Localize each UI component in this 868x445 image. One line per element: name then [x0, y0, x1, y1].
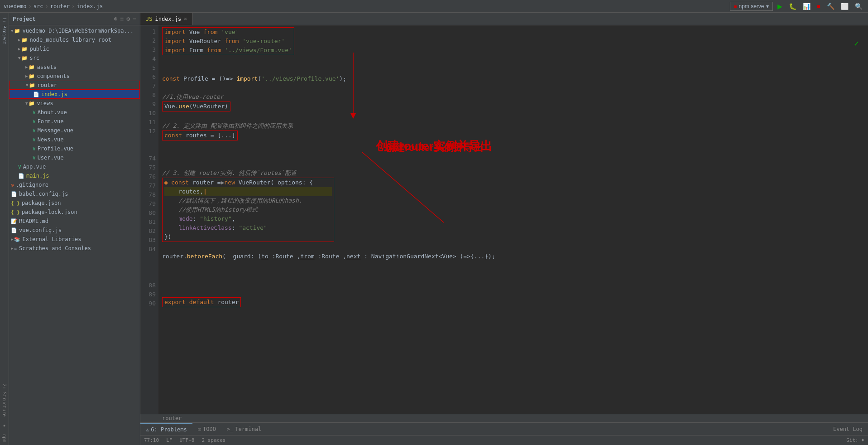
- code-line-88: [162, 288, 868, 297]
- tree-label: router: [37, 82, 57, 88]
- tree-item-scratches[interactable]: ▶ ✏️ Scratches and Consoles: [9, 244, 140, 253]
- tree-label: .gitignore: [16, 182, 48, 188]
- code-gap-1: [162, 141, 868, 160]
- tree-label: package-lock.json: [22, 209, 77, 215]
- tree-item-components[interactable]: ▶ 📁 components: [9, 72, 140, 81]
- expand-icon: ▼: [18, 56, 20, 60]
- tree-item-user-vue[interactable]: V User.vue: [9, 153, 140, 162]
- tree-item-about-vue[interactable]: V About.vue: [9, 108, 140, 117]
- locate-icon[interactable]: ⊕: [114, 15, 118, 22]
- expand-icon: ▶: [18, 47, 20, 51]
- tree-item-vuedemo[interactable]: ▼ 📁 vuedemo D:\IDEA\WebStormWorkSpa...: [9, 26, 140, 35]
- bottom-tab-bar: ⚠ 6: Problems ☑ TODO >_ Terminal Event L…: [140, 422, 868, 435]
- tab-index-js[interactable]: JS index.js ✕: [140, 13, 193, 25]
- tree-item-readme[interactable]: 📝 README.md: [9, 217, 140, 226]
- vue-file-icon: V: [33, 110, 36, 116]
- project-panel-icon[interactable]: 1: Project: [1, 15, 8, 47]
- tree-item-src[interactable]: ▼ 📁 src: [9, 53, 140, 63]
- project-title: Project: [13, 16, 36, 22]
- tree-item-babel[interactable]: 📄 babel.config.js: [9, 189, 140, 198]
- code-line-79: //使用HTML5的history模式: [164, 205, 332, 214]
- run-button[interactable]: ▶: [776, 2, 784, 11]
- annotation-label: 创建router实例并导出: [385, 143, 484, 152]
- collapse-icon[interactable]: ≡: [120, 15, 124, 22]
- vue-file-icon: V: [33, 137, 36, 143]
- tree-item-index-js[interactable]: 📄 index.js: [9, 90, 140, 99]
- tree-item-package-lock-json[interactable]: { } package-lock.json: [9, 208, 140, 217]
- event-log-link[interactable]: Event Log: [828, 423, 868, 435]
- editor-area: JS index.js ✕ 1 2 3 4 5 6 7 8 9: [140, 13, 868, 445]
- settings-icon[interactable]: ⚙: [126, 15, 130, 22]
- code-line-10: [162, 112, 868, 121]
- build-button[interactable]: 🔨: [825, 2, 836, 11]
- stop-button[interactable]: ■: [815, 2, 822, 11]
- tree-label: Form.vue: [38, 118, 64, 125]
- status-right: Event Log: [828, 423, 868, 435]
- vue-file-icon: V: [33, 128, 36, 134]
- tree-label: External Libraries: [22, 236, 81, 242]
- tree-label: views: [37, 100, 53, 106]
- vue-file-icon: V: [18, 164, 21, 170]
- tab-todo[interactable]: ☑ TODO: [192, 423, 221, 435]
- tree-label: About.vue: [38, 109, 67, 116]
- tree-label: babel.config.js: [19, 191, 68, 197]
- code-editor[interactable]: 1 2 3 4 5 6 7 8 9 10 11 12 74 75 76 77: [140, 25, 868, 414]
- tree-item-router[interactable]: ▼ 📁 router: [9, 81, 140, 90]
- js-file-icon: 📄: [11, 227, 17, 233]
- tree-item-news-vue[interactable]: V News.vue: [9, 135, 140, 144]
- tab-terminal[interactable]: >_ Terminal: [221, 423, 267, 435]
- code-line-90: [162, 308, 868, 317]
- favorites-icon[interactable]: ★: [1, 420, 8, 430]
- npm-serve-button[interactable]: ■ npm serve ▾: [730, 2, 773, 11]
- tab-close-icon[interactable]: ✕: [184, 16, 187, 22]
- project-header-icons: ⊕ ≡ ⚙ −: [114, 15, 136, 22]
- maximize-button[interactable]: ⬜: [839, 2, 850, 11]
- coverage-button[interactable]: 📊: [801, 2, 812, 11]
- tree-label: index.js: [41, 91, 67, 97]
- tree-item-app-vue[interactable]: V App.vue: [9, 162, 140, 171]
- expand-icon: ▶: [25, 74, 28, 78]
- tree-item-profile-vue[interactable]: V Profile.vue: [9, 144, 140, 153]
- tree-item-message-vue[interactable]: V Message.vue: [9, 126, 140, 135]
- tree-item-external-libraries[interactable]: ▶ 📚 External Libraries: [9, 235, 140, 244]
- folder-icon: 📁: [29, 64, 35, 70]
- tree-item-main-js[interactable]: 📄 main.js: [9, 171, 140, 180]
- npm-panel-icon[interactable]: npm: [1, 431, 8, 445]
- status-bar: 77:10 LF UTF-8 2 spaces Git: ♦: [140, 435, 868, 445]
- tree-item-node-modules[interactable]: ▶ 📁 node_modules library root: [9, 35, 140, 44]
- scratch-icon: ✏️: [14, 246, 17, 252]
- tree-item-package-json[interactable]: { } package.json: [9, 198, 140, 208]
- code-line-5: [162, 65, 868, 74]
- side-icon-strip: 1: Project 2: Structure ★ npm: [0, 13, 9, 445]
- breadcrumb: vuedemo › src › router › index.js: [4, 3, 103, 10]
- folder-icon: 📁: [21, 46, 28, 52]
- warning-icon: ⚠: [146, 426, 149, 433]
- tree-label: News.vue: [38, 136, 64, 143]
- search-button[interactable]: 🔍: [853, 2, 864, 11]
- tree-item-views[interactable]: ▼ 📁 views: [9, 99, 140, 108]
- code-content-area[interactable]: import Vue from 'vue' import VueRouter f…: [158, 25, 868, 414]
- folder-icon: 📁: [29, 73, 35, 79]
- project-panel: Project ⊕ ≡ ⚙ − ▼ 📁 vuedemo D:\IDEA\WebS…: [9, 13, 140, 445]
- tree-item-vue-config-js[interactable]: 📄 vue.config.js: [9, 226, 140, 235]
- vue-file-icon: V: [33, 119, 36, 125]
- tab-problems[interactable]: ⚠ 6: Problems: [140, 423, 192, 435]
- tree-item-public[interactable]: ▶ 📁 public: [9, 44, 140, 53]
- breadcrumb-file: index.js: [77, 3, 103, 10]
- minimize-icon[interactable]: −: [133, 15, 136, 22]
- breadcrumb-src: src: [34, 3, 43, 10]
- code-line-4: [162, 56, 868, 65]
- tree-item-assets[interactable]: ▶ 📁 assets: [9, 63, 140, 72]
- expand-icon: ▶: [11, 246, 13, 251]
- vue-file-icon: V: [33, 155, 36, 161]
- debug-button[interactable]: 🐛: [787, 2, 798, 11]
- folder-icon: 📁: [29, 82, 35, 88]
- code-line-3: import Form from '../views/Form.vue': [164, 46, 292, 55]
- tree-label: vue.config.js: [19, 227, 62, 233]
- tree-item-gitignore[interactable]: ⊙ .gitignore: [9, 180, 140, 189]
- code-line-78: //默认情况下，路径的改变使用的URL的hash.: [164, 196, 332, 205]
- tree-item-form-vue[interactable]: V Form.vue: [9, 117, 140, 126]
- folder-icon: 📁: [21, 37, 28, 43]
- tree-label: Message.vue: [38, 127, 73, 134]
- structure-icon[interactable]: 2: Structure: [1, 381, 8, 419]
